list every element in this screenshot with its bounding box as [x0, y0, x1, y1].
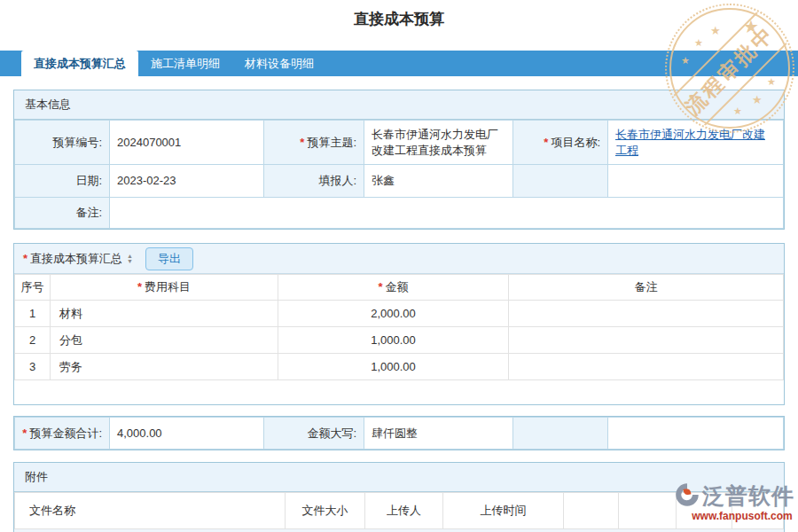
col-header-uploader: 上传人	[365, 493, 443, 529]
tab-material-equipment-detail[interactable]: 材料设备明细	[232, 51, 326, 76]
col-header-upload-time: 上传时间	[443, 493, 564, 529]
totals-table: *预算金额合计: 4,000.00 金额大写: 肆仟圆整	[14, 417, 784, 450]
required-icon: *	[378, 280, 382, 293]
row-subject: 分包	[51, 327, 278, 354]
attachments-table: 文件名称 文件大小 上传人 上传时间	[14, 492, 784, 529]
required-icon: *	[23, 252, 27, 265]
empty-label-cell	[513, 418, 608, 450]
attachments-header: 附件	[14, 463, 784, 492]
empty-value-cell	[608, 165, 784, 198]
cost-summary-table: 序号 *费用科目 *金额 备注 1 材料 2,000.00 2 分包 1,000…	[14, 274, 784, 380]
row-no: 3	[15, 354, 51, 380]
main-content: 基本信息 预算编号: 2024070001 *预算主题: 长春市伊通河水力发电厂…	[0, 76, 798, 532]
fanpu-logo-icon	[674, 481, 700, 511]
cost-summary-toolbar: * 直接成本预算汇总 ▲ ▼ 导出	[14, 244, 784, 274]
project-label: *项目名称:	[513, 121, 608, 165]
table-row: 3 劳务 1,000.00	[15, 354, 784, 380]
page-title: 直接成本预算	[0, 0, 798, 28]
row-amount: 1,000.00	[278, 327, 509, 354]
row-amount: 1,000.00	[278, 354, 509, 380]
project-link[interactable]: 长春市伊通河水力发电厂改建工程	[615, 128, 765, 157]
cost-summary-panel: * 直接成本预算汇总 ▲ ▼ 导出 序号 *费用科目 *金额 备注 1 材料 2…	[13, 243, 785, 405]
preparer-label: 填报人:	[264, 165, 364, 198]
export-button[interactable]: 导出	[145, 247, 193, 270]
date-value: 2023-02-23	[110, 165, 264, 198]
table-empty-area	[14, 380, 784, 404]
date-label: 日期:	[15, 165, 110, 198]
empty-value-cell	[608, 418, 784, 450]
col-header-subject: *费用科目	[51, 275, 278, 301]
required-icon: *	[22, 426, 27, 440]
sort-icon[interactable]: ▲ ▼	[127, 254, 133, 264]
total-amount-label: *预算金额合计:	[15, 418, 110, 450]
empty-header-cell	[564, 493, 619, 529]
sort-down-icon: ▼	[127, 259, 133, 264]
basic-info-table: 预算编号: 2024070001 *预算主题: 长春市伊通河水力发电厂改建工程直…	[14, 120, 784, 229]
total-amount-value: 4,000.00	[110, 418, 264, 450]
vendor-url: www.fanpusoft.com	[674, 510, 794, 522]
attachments-panel: 附件 文件名称 文件大小 上传人 上传时间	[13, 462, 785, 532]
row-remark	[509, 327, 784, 354]
amount-in-words-label: 金额大写:	[264, 418, 364, 450]
col-header-remark: 备注	[509, 275, 784, 301]
empty-label-cell	[513, 165, 608, 198]
table-row: 1 材料 2,000.00	[15, 301, 784, 327]
required-icon: *	[137, 280, 142, 293]
tab-construction-list-detail[interactable]: 施工清单明细	[138, 51, 232, 76]
amount-in-words-value: 肆仟圆整	[364, 418, 513, 450]
vendor-logo: 泛普软件 www.fanpusoft.com	[674, 481, 794, 522]
preparer-value: 张鑫	[364, 165, 513, 198]
tab-bar: 直接成本预算汇总 施工清单明细 材料设备明细	[0, 51, 798, 76]
basic-info-panel: 基本信息 预算编号: 2024070001 *预算主题: 长春市伊通河水力发电厂…	[13, 90, 785, 230]
col-header-no: 序号	[15, 275, 51, 301]
project-value: 长春市伊通河水力发电厂改建工程	[608, 121, 784, 165]
budget-no-label: 预算编号:	[15, 121, 110, 165]
vendor-name: 泛普软件	[702, 481, 794, 511]
row-no: 1	[15, 301, 51, 327]
remark-value	[110, 198, 784, 229]
row-remark	[509, 354, 784, 380]
remark-label: 备注:	[15, 198, 110, 229]
row-subject: 劳务	[51, 354, 278, 380]
table-row: 2 分包 1,000.00	[15, 327, 784, 354]
required-icon: *	[544, 136, 548, 149]
row-subject: 材料	[51, 301, 278, 327]
cost-summary-section-label: 直接成本预算汇总	[30, 251, 122, 267]
col-header-file-size: 文件大小	[286, 493, 365, 529]
row-amount: 2,000.00	[278, 301, 509, 327]
required-icon: *	[300, 136, 304, 149]
empty-header-cell	[619, 493, 677, 529]
col-header-file-name: 文件名称	[15, 493, 286, 529]
row-remark	[509, 301, 784, 327]
star-icon: ★	[694, 37, 703, 49]
row-no: 2	[15, 327, 51, 354]
subject-value: 长春市伊通河水力发电厂改建工程直接成本预算	[364, 121, 513, 165]
budget-no-value: 2024070001	[110, 121, 264, 165]
totals-panel: *预算金额合计: 4,000.00 金额大写: 肆仟圆整	[13, 416, 785, 450]
subject-label: *预算主题:	[264, 121, 364, 165]
basic-info-header: 基本信息	[14, 90, 784, 120]
col-header-amount: *金额	[278, 275, 509, 301]
tab-direct-cost-budget-summary[interactable]: 直接成本预算汇总	[21, 51, 138, 76]
